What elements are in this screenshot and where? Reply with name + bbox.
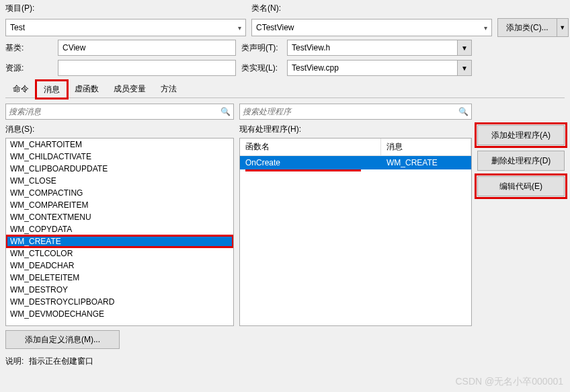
class-decl-dropdown[interactable]: ▼ <box>457 40 472 56</box>
list-item[interactable]: WM_CREATE <box>6 235 233 247</box>
tab-bar: 命令消息虚函数成员变量方法 <box>5 80 565 98</box>
list-item[interactable]: WM_CTLCOLOR <box>6 247 233 260</box>
class-decl-field[interactable]: TestView.h <box>287 40 458 56</box>
resource-label: 资源: <box>5 63 52 74</box>
col-func[interactable]: 函数名 <box>240 139 381 155</box>
base-class-label: 基类: <box>5 42 52 54</box>
list-item[interactable]: WM_CHARTOITEM <box>6 139 233 151</box>
add-custom-message-button[interactable]: 添加自定义消息(M)... <box>5 330 120 349</box>
list-item[interactable]: WM_CONTEXTMENU <box>6 211 233 223</box>
tab-3[interactable]: 成员变量 <box>106 80 153 97</box>
project-combo[interactable]: Test ▾ <box>5 19 246 36</box>
table-row[interactable]: OnCreateWM_CREATE <box>240 156 471 169</box>
handlers-table-header: 函数名 消息 <box>240 139 471 156</box>
list-item[interactable]: WM_COMPACTING <box>6 187 233 199</box>
tab-1[interactable]: 消息 <box>36 81 67 98</box>
list-item[interactable]: WM_DELETEITEM <box>6 272 233 284</box>
search-handlers-input[interactable] <box>243 107 458 116</box>
add-handler-button[interactable]: 添加处理程序(A) <box>477 125 565 145</box>
add-class-button[interactable]: 添加类(C)... <box>497 18 557 37</box>
list-item[interactable]: WM_DEADCHAR <box>6 260 233 272</box>
handler-func: OnCreate <box>240 156 381 169</box>
tab-2[interactable]: 虚函数 <box>67 80 106 97</box>
tab-4[interactable]: 方法 <box>153 80 184 97</box>
search-handlers-box[interactable]: 🔍 <box>239 104 472 120</box>
list-item[interactable]: WM_CLIPBOARDUPDATE <box>6 163 233 175</box>
class-impl-field[interactable]: TestView.cpp <box>287 60 458 76</box>
delete-handler-button[interactable]: 删除处理程序(D) <box>477 151 565 171</box>
chevron-down-icon: ▾ <box>238 24 241 32</box>
edit-code-button[interactable]: 编辑代码(E) <box>477 176 565 196</box>
chevron-down-icon: ▾ <box>484 24 487 32</box>
col-msg[interactable]: 消息 <box>381 139 471 155</box>
desc-prefix: 说明: <box>5 356 24 367</box>
messages-section-label: 消息(S): <box>5 124 234 135</box>
list-item[interactable]: WM_DEVMODECHANGE <box>6 308 233 320</box>
project-label: 项目(P): <box>5 3 52 14</box>
list-item[interactable]: WM_COPYDATA <box>6 223 233 235</box>
search-messages-box[interactable]: 🔍 <box>5 104 234 120</box>
handlers-section-label: 现有处理程序(H): <box>239 124 472 135</box>
list-item[interactable]: WM_CHILDACTIVATE <box>6 151 233 163</box>
handler-msg: WM_CREATE <box>381 156 471 169</box>
class-impl-dropdown[interactable]: ▼ <box>457 60 472 76</box>
list-item[interactable]: WM_DESTROYCLIPBOARD <box>6 296 233 308</box>
handlers-table[interactable]: 函数名 消息 OnCreateWM_CREATE <box>239 138 472 326</box>
search-messages-input[interactable] <box>9 107 220 116</box>
search-icon: 🔍 <box>220 107 231 116</box>
class-name-combo[interactable]: CTestView ▾ <box>251 19 492 36</box>
project-value: Test <box>10 23 25 32</box>
list-item[interactable]: WM_DESTROY <box>6 284 233 296</box>
class-decl-label: 类声明(T): <box>241 42 282 54</box>
class-name-value: CTestView <box>256 23 294 32</box>
desc-text: 指示正在创建窗口 <box>29 356 93 367</box>
resource-field <box>58 60 236 76</box>
list-item[interactable]: WM_CLOSE <box>6 175 233 187</box>
base-class-field: CView <box>58 40 236 56</box>
messages-listbox[interactable]: WM_CHARTOITEMWM_CHILDACTIVATEWM_CLIPBOAR… <box>5 138 234 326</box>
list-item[interactable]: WM_COMPAREITEM <box>6 199 233 211</box>
class-impl-label: 类实现(L): <box>241 63 282 74</box>
class-name-label: 类名(N): <box>251 3 298 14</box>
tab-0[interactable]: 命令 <box>5 80 36 97</box>
search-icon: 🔍 <box>458 107 469 116</box>
add-class-split-button[interactable]: 添加类(C)... ▼ <box>497 18 569 37</box>
watermark: CSDN @无名小卒000001 <box>456 376 564 388</box>
add-class-dropdown[interactable]: ▼ <box>557 18 569 37</box>
